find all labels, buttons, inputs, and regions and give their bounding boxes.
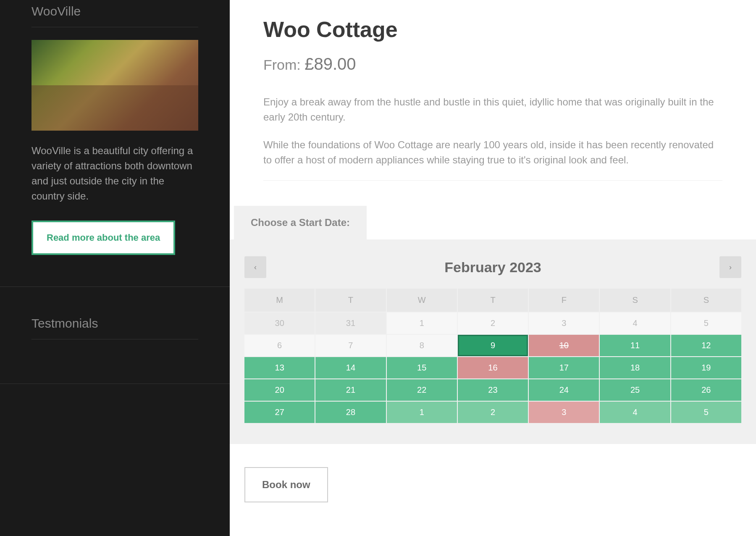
calendar-day[interactable]: 21 (315, 379, 386, 401)
sidebar-area-image (32, 40, 198, 131)
calendar-day: 8 (387, 335, 457, 356)
calendar-day[interactable]: 20 (244, 379, 315, 401)
calendar-day: 3 (529, 402, 599, 423)
calendar-day[interactable]: 11 (600, 335, 670, 356)
sidebar: WooVille WooVille is a beautiful city of… (0, 0, 230, 536)
sidebar-area-section: WooVille WooVille is a beautiful city of… (0, 0, 230, 286)
calendar-day[interactable]: 9 (458, 335, 528, 356)
sidebar-testimonials-section: Testmonials (0, 287, 230, 384)
calendar: ‹ February 2023 › MTWTFSS303112345678910… (230, 239, 756, 423)
calendar-day[interactable]: 24 (529, 379, 599, 401)
calendar-next-button[interactable]: › (719, 256, 741, 278)
calendar-day: 3 (529, 313, 599, 334)
calendar-day[interactable]: 4 (600, 402, 670, 423)
calendar-day[interactable]: 27 (244, 402, 315, 423)
calendar-day[interactable]: 15 (387, 357, 457, 378)
calendar-dow: T (458, 289, 528, 312)
sidebar-testimonials-title: Testmonials (32, 316, 198, 331)
product-price: From: £89.00 (263, 55, 722, 74)
calendar-day[interactable]: 26 (671, 379, 741, 401)
calendar-dow: S (671, 289, 741, 312)
calendar-month-title: February 2023 (444, 259, 541, 276)
calendar-day[interactable]: 28 (315, 402, 386, 423)
calendar-day: 30 (244, 313, 315, 334)
calendar-day[interactable]: 19 (671, 357, 741, 378)
calendar-day[interactable]: 12 (671, 335, 741, 356)
product-description-1: Enjoy a break away from the hustle and b… (263, 95, 717, 125)
product-description-2: While the foundations of Woo Cottage are… (263, 137, 717, 168)
calendar-header: ‹ February 2023 › (244, 256, 741, 278)
calendar-day[interactable]: 23 (458, 379, 528, 401)
calendar-day: 4 (600, 313, 670, 334)
booking-widget: Choose a Start Date: ‹ February 2023 › M… (230, 206, 756, 502)
calendar-day[interactable]: 22 (387, 379, 457, 401)
calendar-day: 31 (315, 313, 386, 334)
calendar-day: 2 (458, 313, 528, 334)
calendar-day[interactable]: 14 (315, 357, 386, 378)
read-more-button[interactable]: Read more about the area (32, 221, 175, 255)
calendar-day[interactable]: 18 (600, 357, 670, 378)
booking-area: ‹ February 2023 › MTWTFSS303112345678910… (230, 239, 756, 444)
section-divider (0, 384, 230, 384)
calendar-prev-button[interactable]: ‹ (244, 256, 266, 278)
calendar-day[interactable]: 17 (529, 357, 599, 378)
calendar-dow: F (529, 289, 599, 312)
calendar-day[interactable]: 5 (671, 402, 741, 423)
calendar-day[interactable]: 13 (244, 357, 315, 378)
sidebar-area-description: WooVille is a beautiful city offering a … (32, 143, 198, 204)
calendar-day: 6 (244, 335, 315, 356)
calendar-day: 10 (529, 335, 599, 356)
calendar-day: 5 (671, 313, 741, 334)
booking-tab-label: Choose a Start Date: (234, 206, 367, 239)
calendar-day[interactable]: 2 (458, 402, 528, 423)
product-header: Woo Cottage From: £89.00 Enjoy a break a… (230, 0, 756, 181)
calendar-day[interactable]: 1 (387, 402, 457, 423)
divider (32, 27, 198, 27)
calendar-dow: S (600, 289, 670, 312)
product-title: Woo Cottage (263, 17, 722, 42)
main-content: Woo Cottage From: £89.00 Enjoy a break a… (230, 0, 756, 536)
calendar-day: 16 (458, 357, 528, 378)
divider (32, 339, 198, 339)
divider (263, 180, 722, 181)
calendar-dow: M (244, 289, 315, 312)
calendar-day: 7 (315, 335, 386, 356)
calendar-dow: W (387, 289, 457, 312)
price-value: £89.00 (304, 55, 356, 73)
calendar-grid: MTWTFSS303112345678910111213141516171819… (244, 289, 741, 423)
sidebar-area-title: WooVille (32, 4, 198, 18)
calendar-dow: T (315, 289, 386, 312)
book-now-button[interactable]: Book now (244, 467, 328, 502)
calendar-day: 1 (387, 313, 457, 334)
price-prefix: From: (263, 57, 304, 73)
calendar-day[interactable]: 25 (600, 379, 670, 401)
